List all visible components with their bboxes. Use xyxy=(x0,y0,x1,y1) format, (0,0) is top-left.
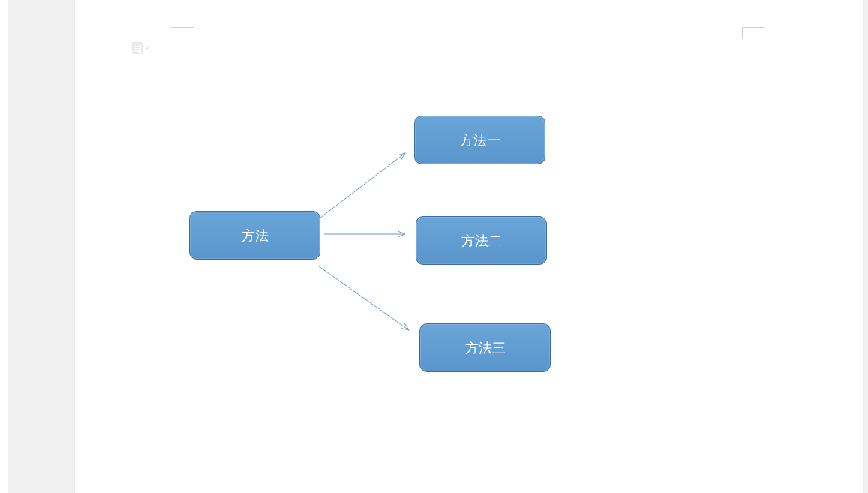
shape-label: 方法三 xyxy=(465,339,506,357)
diagram-shape-child-3[interactable]: 方法三 xyxy=(419,323,551,372)
margin-mark xyxy=(171,27,194,28)
shape-label: 方法二 xyxy=(461,232,502,250)
panel-left-edge xyxy=(0,0,8,493)
paragraph-options-button[interactable] xyxy=(132,42,150,54)
connector-arrow xyxy=(319,266,409,330)
document-icon xyxy=(132,42,143,54)
diagram-shape-root[interactable]: 方法 xyxy=(189,211,320,260)
diagram-shape-child-2[interactable]: 方法二 xyxy=(416,216,547,265)
document-page: 方法 方法一 方法二 方法三 xyxy=(75,0,863,493)
shape-label: 方法一 xyxy=(460,131,500,149)
dropdown-arrow-icon xyxy=(144,46,150,50)
shape-label: 方法 xyxy=(242,227,269,245)
margin-mark xyxy=(742,27,764,28)
diagram-shape-child-1[interactable]: 方法一 xyxy=(414,116,545,164)
text-cursor xyxy=(194,40,194,56)
connector-arrow xyxy=(320,153,405,218)
margin-mark xyxy=(194,0,194,27)
margin-mark xyxy=(742,27,743,39)
